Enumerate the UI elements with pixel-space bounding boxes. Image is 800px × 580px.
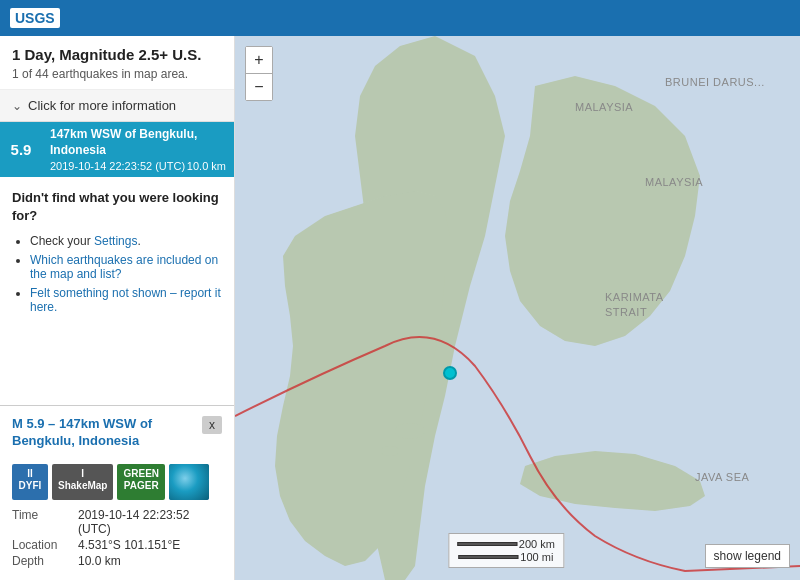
scale-bar-line-mi (458, 555, 518, 559)
pager-line1: GREEN (123, 468, 159, 480)
zoom-out-button[interactable]: − (246, 74, 272, 100)
earthquake-meta: 2019-10-14 22:23:52 (UTC) 10.0 km (50, 160, 226, 172)
show-legend-button[interactable]: show legend (705, 544, 790, 568)
dyfi-line2: DYFI (18, 480, 42, 492)
map-zoom-controls: + − (245, 46, 273, 101)
shakemap-badge[interactable]: I ShakeMap (52, 464, 113, 500)
sidebar-subtitle: 1 of 44 earthquakes in map area. (12, 67, 222, 81)
badges-container: II DYFI I ShakeMap GREEN PAGER (12, 464, 222, 500)
list-item: Felt something not shown – report it her… (30, 286, 222, 314)
settings-suffix: . (137, 234, 140, 248)
location-row: Location 4.531°S 101.151°E (12, 538, 222, 552)
dyfi-badge[interactable]: II DYFI (12, 464, 48, 500)
location-label: Location (12, 538, 72, 552)
felt-something-link[interactable]: Felt something not shown – report it her… (30, 286, 221, 314)
zoom-in-button[interactable]: + (246, 47, 272, 73)
depth-value: 10.0 km (78, 554, 121, 568)
usgs-logo-box: USGS (10, 8, 60, 28)
scale-line-mi: 100 mi (458, 551, 553, 563)
bottom-info-rows: Time 2019-10-14 22:23:52 (UTC) Location … (12, 508, 222, 568)
scale-km-label: 200 km (519, 538, 555, 550)
depth-label: Depth (12, 554, 72, 568)
earthquake-location: 147km WSW of Bengkulu, Indonesia (50, 127, 226, 158)
not-found-list: Check your Settings. Which earthquakes a… (12, 234, 222, 314)
settings-link[interactable]: Settings (94, 234, 137, 248)
scale-line-km: 200 km (457, 538, 555, 550)
earthquake-list-item[interactable]: 5.9 147km WSW of Bengkulu, Indonesia 201… (0, 122, 234, 177)
dyfi-line1: II (18, 468, 42, 480)
main-content: 1 Day, Magnitude 2.5+ U.S. 1 of 44 earth… (0, 36, 800, 580)
sidebar-top: 1 Day, Magnitude 2.5+ U.S. 1 of 44 earth… (0, 36, 234, 90)
svg-point-2 (380, 446, 400, 456)
earthquake-time: 2019-10-14 22:23:52 (UTC) (50, 160, 185, 172)
scale-bar-line (457, 542, 517, 546)
earthquake-marker[interactable] (443, 366, 457, 380)
depth-row: Depth 10.0 km (12, 554, 222, 568)
sidebar-title: 1 Day, Magnitude 2.5+ U.S. (12, 46, 222, 63)
time-row: Time 2019-10-14 22:23:52 (UTC) (12, 508, 222, 536)
map-container[interactable]: + − MALAYSIA MALAYSIA BRUNEI DARUS.. (235, 36, 800, 580)
header: USGS (0, 0, 800, 36)
scale-bar: 200 km 100 mi (448, 533, 564, 568)
chevron-down-icon: ⌄ (12, 99, 22, 113)
time-value: 2019-10-14 22:23:52 (UTC) (78, 508, 222, 536)
bottom-panel: M 5.9 – 147km WSW of Bengkulu, Indonesia… (0, 405, 234, 580)
shakemap-thumbnail[interactable] (169, 464, 209, 500)
map-svg (235, 36, 800, 580)
click-info-row[interactable]: ⌄ Click for more information (0, 90, 234, 122)
pager-line2: PAGER (123, 480, 159, 492)
pager-badge[interactable]: GREEN PAGER (117, 464, 165, 500)
not-found-title: Didn't find what you were looking for? (12, 189, 222, 225)
shakemap-line2: ShakeMap (58, 480, 107, 492)
settings-prefix: Check your (30, 234, 94, 248)
list-item: Which earthquakes are included on the ma… (30, 253, 222, 281)
list-item: Check your Settings. (30, 234, 222, 248)
shakemap-line1: I (58, 468, 107, 480)
earthquake-magnitude: 5.9 (0, 122, 42, 177)
bottom-panel-title: M 5.9 – 147km WSW of Bengkulu, Indonesia (12, 416, 202, 450)
scale-mi-label: 100 mi (520, 551, 553, 563)
shakemap-image (169, 464, 209, 500)
click-info-label: Click for more information (28, 98, 176, 113)
earthquake-depth: 10.0 km (187, 160, 226, 172)
bottom-panel-title-link[interactable]: M 5.9 – 147km WSW of Bengkulu, Indonesia (12, 416, 152, 448)
close-button[interactable]: x (202, 416, 222, 434)
earthquake-details: 147km WSW of Bengkulu, Indonesia 2019-10… (42, 122, 234, 177)
usgs-logo: USGS (10, 8, 60, 28)
location-value: 4.531°S 101.151°E (78, 538, 180, 552)
which-earthquakes-link[interactable]: Which earthquakes are included on the ma… (30, 253, 218, 281)
svg-point-1 (395, 423, 425, 439)
sidebar: 1 Day, Magnitude 2.5+ U.S. 1 of 44 earth… (0, 36, 235, 580)
time-label: Time (12, 508, 72, 536)
not-found-section: Didn't find what you were looking for? C… (0, 177, 234, 326)
scale-inner: 200 km 100 mi (457, 538, 555, 563)
